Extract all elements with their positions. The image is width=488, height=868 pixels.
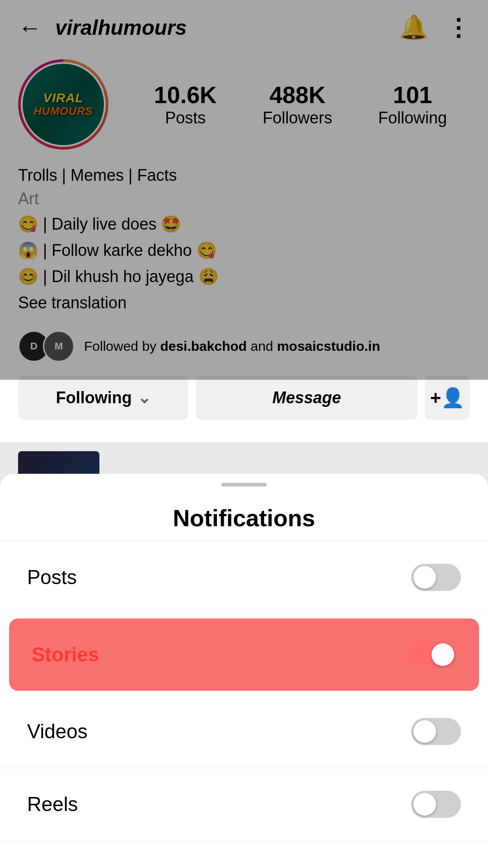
videos-toggle-thumb (413, 720, 436, 743)
notification-row-videos: Videos (0, 695, 488, 768)
message-button[interactable]: Message (196, 376, 418, 420)
reels-toggle-thumb (413, 793, 436, 816)
following-label: Following (56, 388, 132, 407)
posts-toggle[interactable] (411, 564, 461, 591)
videos-toggle[interactable] (411, 718, 461, 745)
notification-row-stories: Stories (9, 618, 479, 691)
chevron-down-icon: ⌄ (137, 388, 151, 407)
notification-posts-label: Posts (27, 566, 77, 589)
posts-toggle-track (411, 564, 461, 591)
drag-handle[interactable] (221, 483, 267, 486)
stories-toggle-track (407, 641, 456, 668)
posts-toggle-thumb (413, 566, 436, 589)
stories-toggle[interactable] (407, 641, 456, 668)
videos-toggle-track (411, 718, 461, 745)
notification-stories-label: Stories (32, 643, 99, 666)
reels-toggle[interactable] (411, 791, 461, 818)
following-button[interactable]: Following ⌄ (18, 376, 188, 420)
notification-row-reels: Reels (0, 768, 488, 841)
notifications-bottom-sheet: Notifications Posts Stories Videos Reels (0, 474, 488, 868)
action-buttons: Following ⌄ Message +👤 (18, 376, 470, 420)
reels-toggle-track (411, 791, 461, 818)
notifications-title: Notifications (0, 491, 488, 541)
notification-row-posts: Posts (0, 541, 488, 614)
notification-videos-label: Videos (27, 720, 88, 743)
background-overlay (0, 0, 488, 380)
add-person-button[interactable]: +👤 (425, 376, 470, 420)
notification-reels-label: Reels (27, 793, 78, 816)
add-person-icon: +👤 (430, 387, 465, 409)
stories-toggle-thumb (432, 643, 454, 666)
drag-handle-container (0, 474, 488, 491)
